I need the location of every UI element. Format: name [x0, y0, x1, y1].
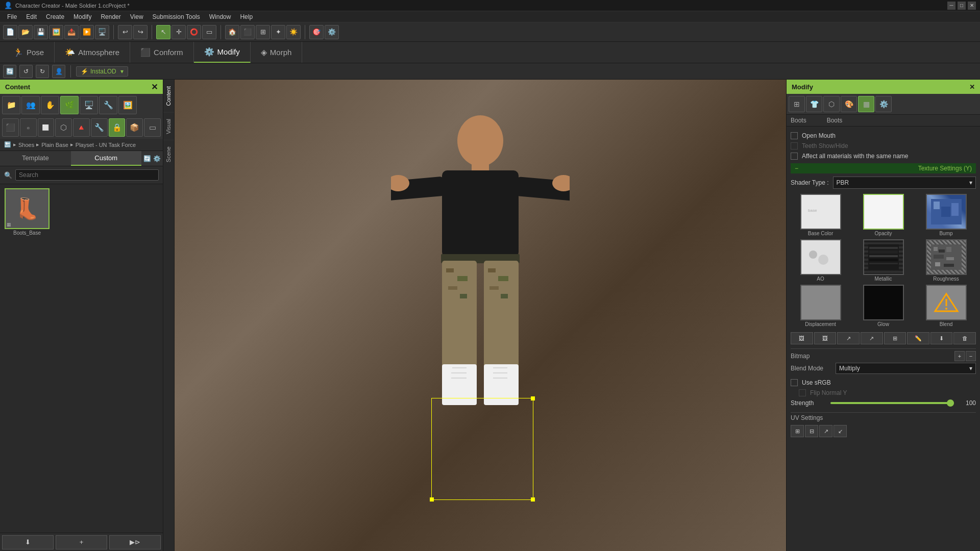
mod-settings-icon[interactable]: ⚙️: [875, 96, 892, 112]
new-button[interactable]: 📄: [3, 25, 17, 39]
open-button[interactable]: 📂: [18, 25, 33, 39]
icon-characters[interactable]: 👥: [21, 96, 40, 114]
tab-modify[interactable]: ⚙️ Modify: [194, 42, 251, 63]
icon-shape4[interactable]: ⬡: [55, 118, 72, 137]
close-button[interactable]: ✕: [968, 2, 976, 10]
export-image-button[interactable]: 🖼️: [49, 25, 63, 39]
texture-thumb-blend[interactable]: [926, 285, 967, 320]
home-view-button[interactable]: 🏠: [225, 25, 239, 39]
grid-button[interactable]: ⊞: [256, 25, 270, 39]
render-button[interactable]: 🖥️: [95, 25, 109, 39]
undo-button[interactable]: ↩: [118, 25, 132, 39]
menu-view[interactable]: View: [126, 12, 148, 21]
icon-tree[interactable]: 🌿: [60, 96, 79, 114]
tab-conform[interactable]: ⬛ Conform: [130, 42, 194, 63]
texture-thumb-ao[interactable]: [800, 239, 841, 275]
texture-thumb-glow[interactable]: [863, 285, 904, 320]
texture-thumb-displacement[interactable]: [800, 285, 841, 320]
target-button[interactable]: 🎯: [309, 25, 324, 39]
list-item[interactable]: 👢 ▦ Boots_Base: [4, 188, 50, 236]
icon-shape5[interactable]: 🔺: [73, 118, 90, 137]
icon-folder[interactable]: 📁: [2, 96, 20, 114]
select-button[interactable]: ↖: [156, 25, 170, 39]
user-button[interactable]: 👤: [52, 65, 65, 78]
breadcrumb-plain-base[interactable]: Plain Base: [41, 142, 68, 148]
menu-edit[interactable]: Edit: [22, 12, 41, 21]
breadcrumb-shoes[interactable]: Shoes: [18, 142, 34, 148]
icon-hand[interactable]: ✋: [41, 96, 59, 114]
tab-custom[interactable]: Custom: [71, 151, 142, 166]
icon-shape2[interactable]: ▫️: [20, 118, 37, 137]
tex-action-4[interactable]: ↗: [861, 332, 883, 344]
open-mouth-checkbox[interactable]: [791, 132, 798, 139]
refresh-button[interactable]: 🔄: [3, 65, 16, 78]
sun-button[interactable]: ☀️: [286, 25, 301, 39]
icon-image[interactable]: 🖼️: [118, 96, 137, 114]
icon-lock[interactable]: 🔒: [109, 118, 126, 137]
breadcrumb-playset[interactable]: Playset - UN Task Force: [76, 142, 136, 148]
tex-action-2[interactable]: 🖼: [814, 332, 837, 344]
tab-atmosphere[interactable]: 🌤️ Atmosphere: [55, 42, 130, 63]
tex-action-3[interactable]: ↗: [837, 332, 860, 344]
menu-window[interactable]: Window: [205, 12, 235, 21]
icon-shape3[interactable]: ◻️: [38, 118, 55, 137]
download-button[interactable]: ⬇: [2, 535, 54, 549]
breadcrumb-expand[interactable]: ▸: [13, 141, 16, 148]
blend-mode-select[interactable]: Multiply ▾: [836, 363, 976, 374]
icon-tool2[interactable]: 🔧: [91, 118, 108, 137]
uv-btn-3[interactable]: ↗: [819, 425, 832, 437]
texture-thumb-bump[interactable]: [926, 194, 967, 230]
use-srgb-checkbox[interactable]: [791, 379, 798, 386]
add-button[interactable]: +: [56, 535, 107, 549]
icon-box[interactable]: 📦: [126, 118, 143, 137]
menu-submission-tools[interactable]: Submission Tools: [149, 12, 204, 21]
breadcrumb-back[interactable]: 🔙: [4, 141, 11, 148]
strength-slider-thumb[interactable]: [947, 399, 954, 407]
icon-shape1[interactable]: ⬛: [2, 118, 19, 137]
settings-content-icon[interactable]: ⚙️: [153, 155, 161, 162]
content-thumb-boots-base[interactable]: 👢 ▦: [5, 188, 50, 229]
side-tab-visual[interactable]: Visual: [163, 112, 174, 140]
mod-transform-icon[interactable]: ⊞: [789, 96, 805, 112]
mod-material-icon[interactable]: 🎨: [841, 96, 857, 112]
tex-action-7[interactable]: ⬇: [930, 332, 953, 344]
menu-create[interactable]: Create: [42, 12, 68, 21]
minimize-button[interactable]: ─: [947, 2, 955, 10]
tex-action-5[interactable]: ⊞: [884, 332, 906, 344]
search-input[interactable]: [15, 169, 159, 181]
menu-modify[interactable]: Modify: [69, 12, 95, 21]
undo-sec-button[interactable]: ↺: [19, 65, 33, 78]
frame-button[interactable]: ⬛: [240, 25, 255, 39]
texture-thumb-roughness[interactable]: [926, 239, 967, 275]
affect-materials-checkbox[interactable]: [791, 153, 798, 160]
texture-thumb-metallic[interactable]: [863, 239, 904, 275]
insta-lod-button[interactable]: ⚡ InstaLOD ▾: [76, 66, 128, 77]
apply-button[interactable]: ▶⊳: [109, 535, 161, 549]
rotate-button[interactable]: ⭕: [187, 25, 201, 39]
strength-slider-track[interactable]: [830, 402, 954, 404]
icon-tool[interactable]: 🔧: [99, 96, 117, 114]
flip-normal-checkbox[interactable]: [799, 389, 806, 396]
tex-action-1[interactable]: 🖼: [791, 332, 813, 344]
texture-thumb-opacity[interactable]: [863, 194, 904, 230]
icon-monitor[interactable]: 🖥️: [80, 96, 98, 114]
tex-action-delete[interactable]: 🗑: [953, 332, 976, 344]
mod-cloth-icon[interactable]: 👕: [806, 96, 822, 112]
icon-rect[interactable]: ▭: [144, 118, 161, 137]
mod-texture-icon[interactable]: ▦: [858, 96, 874, 112]
refresh-content-icon[interactable]: 🔄: [143, 155, 151, 162]
blend-minus-button[interactable]: −: [966, 351, 976, 361]
modify-close-button[interactable]: ✕: [969, 83, 975, 91]
move-button[interactable]: ✛: [172, 25, 186, 39]
menu-render[interactable]: Render: [96, 12, 125, 21]
export-button[interactable]: 📤: [64, 25, 79, 39]
shader-type-select[interactable]: PBR ▾: [833, 177, 976, 189]
side-tab-scene[interactable]: Scene: [163, 140, 174, 168]
play-button[interactable]: ▶️: [80, 25, 94, 39]
content-close-button[interactable]: ✕: [151, 82, 158, 92]
save-button[interactable]: 💾: [34, 25, 48, 39]
redo-sec-button[interactable]: ↻: [36, 65, 49, 78]
teeth-checkbox[interactable]: [791, 142, 798, 149]
uv-btn-2[interactable]: ⊟: [805, 425, 818, 437]
viewport[interactable]: [175, 80, 786, 551]
